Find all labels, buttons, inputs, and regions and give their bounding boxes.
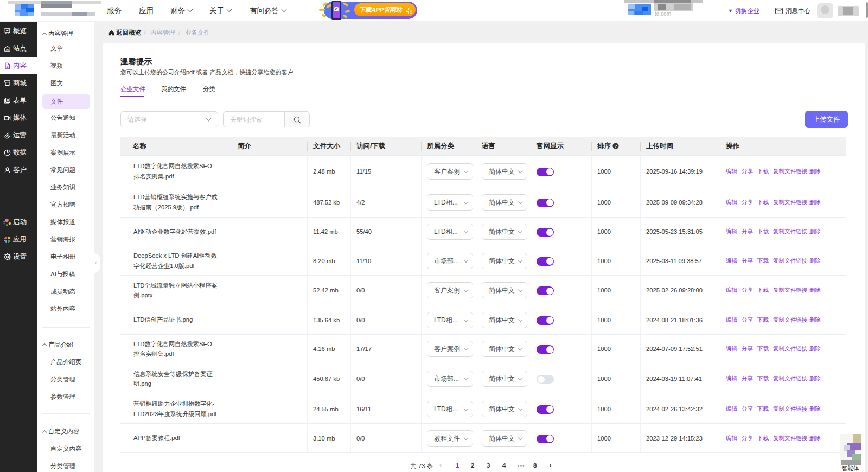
svg-text:?: ?	[615, 144, 617, 149]
